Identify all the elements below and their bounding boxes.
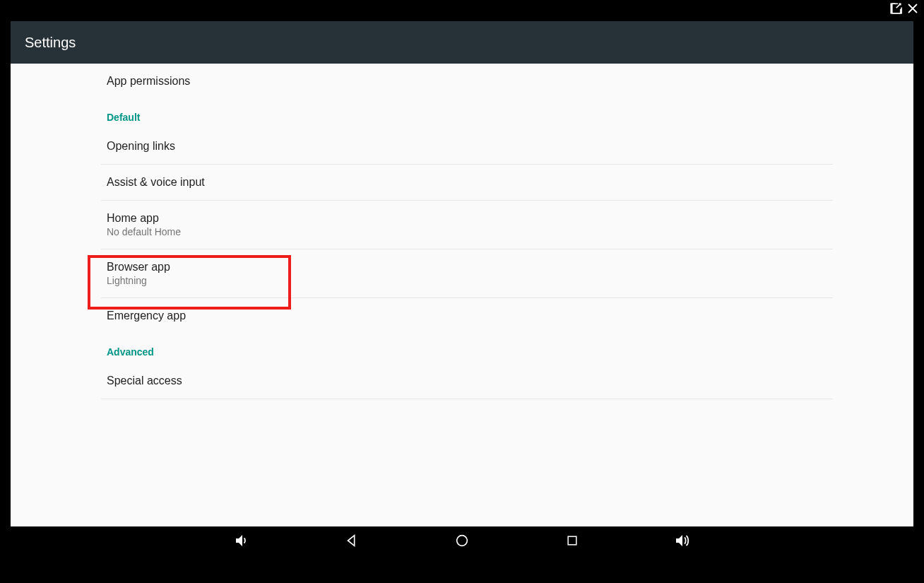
close-icon[interactable] xyxy=(906,1,920,16)
row-subtitle: No default Home xyxy=(107,226,829,237)
screen: Settings App permissions Default Opening… xyxy=(11,21,913,555)
svg-rect-1 xyxy=(568,536,576,545)
row-opening-links[interactable]: Opening links xyxy=(107,129,829,164)
device-frame: Settings App permissions Default Opening… xyxy=(0,0,924,583)
row-assist-voice[interactable]: Assist & voice input xyxy=(107,165,829,200)
svg-point-0 xyxy=(457,536,468,546)
section-label: Default xyxy=(107,112,829,123)
row-title: Browser app xyxy=(107,261,829,273)
row-title: Special access xyxy=(107,375,829,387)
row-app-permissions[interactable]: App permissions xyxy=(107,64,829,99)
row-emergency-app[interactable]: Emergency app xyxy=(107,298,829,334)
row-title: App permissions xyxy=(107,75,829,88)
row-title: Emergency app xyxy=(107,310,829,322)
appbar: Settings xyxy=(11,21,913,64)
row-title: Opening links xyxy=(107,140,829,153)
row-home-app[interactable]: Home app No default Home xyxy=(107,201,829,249)
volume-up-icon[interactable] xyxy=(673,531,692,550)
back-icon[interactable] xyxy=(343,531,361,550)
section-advanced: Advanced xyxy=(107,334,829,363)
row-browser-app[interactable]: Browser app Lightning xyxy=(107,249,829,298)
settings-list: App permissions Default Opening links As… xyxy=(11,64,913,399)
row-subtitle: Lightning xyxy=(107,275,829,286)
row-title: Home app xyxy=(107,212,829,225)
open-external-icon[interactable] xyxy=(889,1,903,16)
row-title: Assist & voice input xyxy=(107,176,829,189)
section-default: Default xyxy=(107,99,829,129)
divider xyxy=(101,399,833,399)
section-label: Advanced xyxy=(107,346,829,358)
window-controls xyxy=(889,1,920,16)
overview-icon[interactable] xyxy=(563,531,581,550)
system-navbar xyxy=(11,526,913,555)
row-special-access[interactable]: Special access xyxy=(107,363,829,399)
page-title: Settings xyxy=(25,35,76,51)
home-icon[interactable] xyxy=(453,531,471,550)
volume-down-icon[interactable] xyxy=(232,531,251,550)
content-area: App permissions Default Opening links As… xyxy=(11,64,913,526)
